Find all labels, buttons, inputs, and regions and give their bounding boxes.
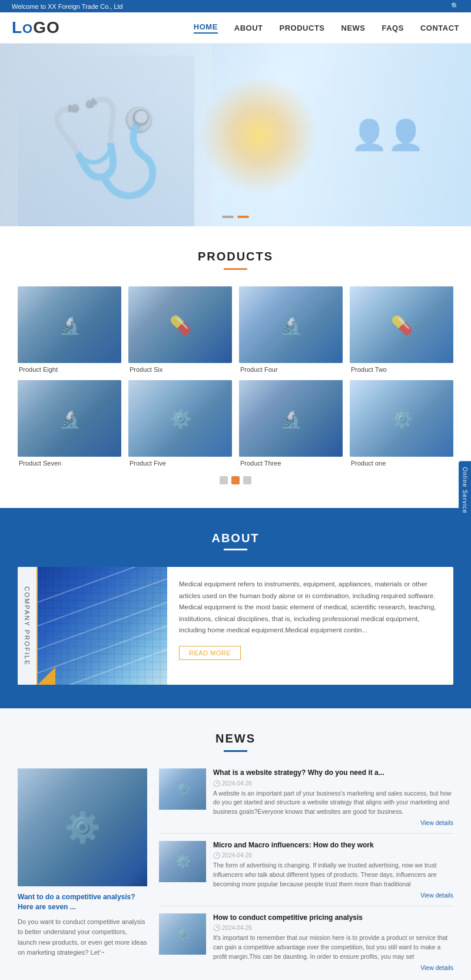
news-featured: ⚙️ Want to do a competitive analysis? He…	[18, 768, 147, 978]
hero-dot-1[interactable]	[222, 216, 234, 218]
news-featured-title[interactable]: Want to do a competitive analysis? Here …	[18, 892, 147, 912]
product-name-six: Product Six	[128, 366, 232, 373]
news-item-img-2: ⚙️	[159, 841, 206, 882]
welcome-text: Welcome to XX Foreign Trade Co., Ltd	[12, 3, 123, 10]
product-item-six[interactable]: 💊 Product Six	[128, 286, 232, 373]
news-item-date-3: 🕐 2024-04-26	[213, 925, 453, 931]
news-item-title-3[interactable]: How to conduct competitive pricing analy…	[213, 913, 453, 923]
product-name-one: Product one	[350, 460, 453, 467]
nav-about[interactable]: ABOUT	[234, 24, 263, 32]
news-item-content-2: Micro and Macro influencers: How do they…	[213, 841, 453, 899]
product-item-one[interactable]: ⚙️ Product one	[350, 380, 453, 467]
news-title: NEWS	[18, 732, 453, 745]
nav-products[interactable]: PRODUCTS	[280, 24, 325, 32]
hero-carousel-dots	[222, 216, 249, 218]
news-item-text-3: It's important to remember that our miss…	[213, 933, 453, 961]
news-item-title-1[interactable]: What is a website strategy? Why do you n…	[213, 768, 453, 778]
product-img-one: ⚙️	[350, 380, 453, 457]
products-pagination	[18, 476, 453, 484]
news-underline	[224, 750, 247, 752]
product-name-two: Product Two	[350, 366, 453, 373]
news-item-date-2: 🕐 2024-04-26	[213, 852, 453, 859]
news-item-date-1: 🕐 2024-04-26	[213, 780, 453, 787]
news-item-text-2: The form of advertising is changing. If …	[213, 861, 453, 889]
header: LOGO HOME ABOUT PRODUCTS NEWS FAQS CONTA…	[0, 12, 471, 44]
page-dot-3[interactable]	[243, 476, 251, 484]
search-icon[interactable]: 🔍	[451, 2, 459, 10]
product-name-seven: Product Seven	[18, 460, 121, 467]
news-grid: ⚙️ Want to do a competitive analysis? He…	[18, 768, 453, 978]
hero-dot-2[interactable]	[237, 216, 249, 218]
read-more-button[interactable]: READ MORE	[179, 646, 241, 660]
product-name-four: Product Four	[239, 366, 343, 373]
news-item-content-3: How to conduct competitive pricing analy…	[213, 913, 453, 971]
product-item-three[interactable]: 🔬 Product Three	[239, 380, 343, 467]
products-section: PRODUCTS 🔬 Product Eight 💊 Product Six 🔬…	[0, 226, 471, 508]
product-name-three: Product Three	[239, 460, 343, 467]
hero-section: 🩺 👤👤	[0, 44, 471, 226]
main-nav: HOME ABOUT PRODUCTS NEWS FAQS CONTACT	[194, 22, 459, 34]
about-section: ABOUT COMPANY PROFILE Medical equipment …	[0, 508, 471, 708]
news-section: NEWS ⚙️ Want to do a competitive analysi…	[0, 708, 471, 980]
news-item-text-1: A website is an important part of your b…	[213, 789, 453, 817]
hero-doctor-area: 🩺	[0, 44, 212, 226]
nav-faqs[interactable]: FAQS	[382, 24, 404, 32]
products-underline	[224, 268, 247, 270]
products-grid-row2: 🔬 Product Seven ⚙️ Product Five 🔬 Produc…	[18, 380, 453, 467]
news-list: ⚙️ What is a website strategy? Why do yo…	[159, 768, 453, 978]
about-sidebar-label: COMPANY PROFILE	[18, 567, 38, 685]
nav-home[interactable]: HOME	[194, 22, 218, 34]
product-img-four: 🔬	[239, 286, 343, 363]
about-text: Medical equipment refers to instruments,…	[179, 579, 442, 636]
about-title-underline	[224, 549, 247, 550]
nav-contact[interactable]: CONTACT	[420, 24, 459, 32]
news-item-1: ⚙️ What is a website strategy? Why do yo…	[159, 768, 453, 834]
news-view-details-3[interactable]: View details	[213, 964, 453, 971]
news-item-content-1: What is a website strategy? Why do you n…	[213, 768, 453, 826]
about-content: Medical equipment refers to instruments,…	[167, 567, 453, 685]
product-item-five[interactable]: ⚙️ Product Five	[128, 380, 232, 467]
about-image	[38, 567, 167, 685]
product-img-three: 🔬	[239, 380, 343, 457]
about-triangle	[38, 667, 55, 685]
product-img-seven: 🔬	[18, 380, 121, 457]
news-item-img-3: ⚙️	[159, 913, 206, 955]
online-service-tab[interactable]: Online Service	[459, 461, 471, 519]
product-item-four[interactable]: 🔬 Product Four	[239, 286, 343, 373]
news-featured-text: Do you want to conduct competitive analy…	[18, 917, 147, 958]
news-view-details-2[interactable]: View details	[213, 892, 453, 899]
page-dot-1[interactable]	[220, 476, 228, 484]
news-featured-image: ⚙️	[18, 768, 147, 886]
product-img-five: ⚙️	[128, 380, 232, 457]
page-dot-2[interactable]	[231, 476, 240, 484]
products-title: PRODUCTS	[18, 250, 453, 263]
top-bar: Welcome to XX Foreign Trade Co., Ltd 🔍	[0, 0, 471, 12]
news-view-details-1[interactable]: View details	[213, 819, 453, 826]
product-name-five: Product Five	[128, 460, 232, 467]
news-item-2: ⚙️ Micro and Macro influencers: How do t…	[159, 841, 453, 906]
hero-glow	[200, 76, 318, 194]
product-img-eight: 🔬	[18, 286, 121, 363]
logo[interactable]: LOGO	[12, 18, 60, 37]
product-name-eight: Product Eight	[18, 366, 121, 373]
product-img-two: 💊	[350, 286, 453, 363]
product-img-six: 💊	[128, 286, 232, 363]
news-item-3: ⚙️ How to conduct competitive pricing an…	[159, 913, 453, 978]
product-item-eight[interactable]: 🔬 Product Eight	[18, 286, 121, 373]
product-item-seven[interactable]: 🔬 Product Seven	[18, 380, 121, 467]
nav-news[interactable]: NEWS	[341, 24, 366, 32]
product-item-two[interactable]: 💊 Product Two	[350, 286, 453, 373]
about-card: COMPANY PROFILE Medical equipment refers…	[18, 567, 453, 685]
products-grid-row1: 🔬 Product Eight 💊 Product Six 🔬 Product …	[18, 286, 453, 373]
news-item-title-2[interactable]: Micro and Macro influencers: How do they…	[213, 841, 453, 850]
about-title: ABOUT	[18, 532, 453, 545]
news-item-img-1: ⚙️	[159, 768, 206, 810]
